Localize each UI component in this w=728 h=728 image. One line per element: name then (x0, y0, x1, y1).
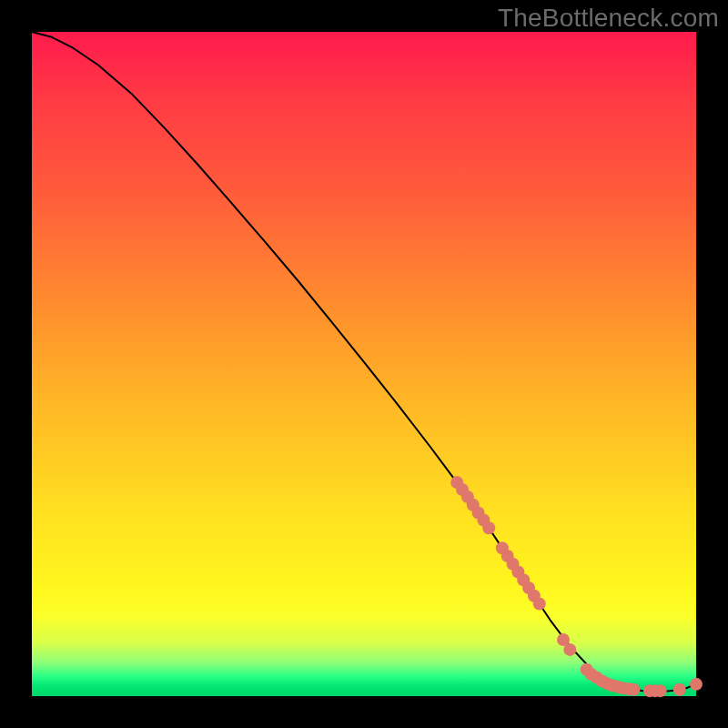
data-marker (533, 598, 546, 611)
plot-area (32, 32, 696, 696)
data-marker (690, 678, 703, 691)
curve-line (32, 32, 696, 692)
chart-svg (32, 32, 696, 696)
watermark-text: TheBottleneck.com (498, 4, 719, 33)
data-marker (627, 683, 640, 696)
data-marker (654, 684, 667, 697)
data-marker (563, 643, 576, 656)
data-marker (482, 521, 495, 534)
chart-stage: TheBottleneck.com (0, 0, 728, 728)
data-marker (673, 683, 686, 696)
